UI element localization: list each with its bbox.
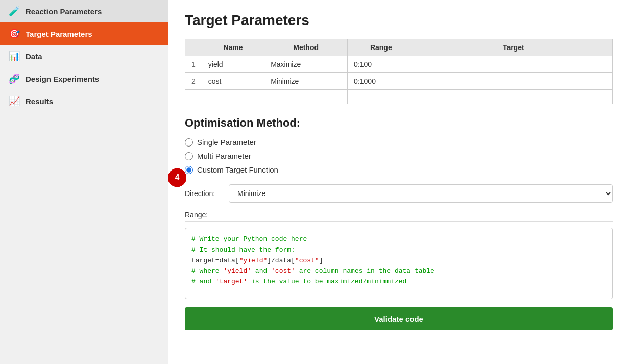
code-line-4: # where 'yield' and 'cost' are column na… xyxy=(191,266,606,277)
direction-label: Direction: xyxy=(185,189,221,198)
optimisation-section-title: Optimisation Method: xyxy=(185,116,613,130)
page-title: Target Parameters xyxy=(185,12,613,29)
target-icon: 🎯 xyxy=(8,28,20,40)
sidebar-item-label: Data xyxy=(26,52,42,61)
col-target-header: Target xyxy=(415,39,613,56)
col-name-header: Name xyxy=(202,39,264,56)
range-label: Range: xyxy=(185,211,613,222)
radio-single-parameter[interactable]: Single Parameter xyxy=(185,138,613,147)
table-row-empty xyxy=(185,90,613,104)
radio-single-label: Single Parameter xyxy=(197,138,256,147)
sidebar-item-target-parameters[interactable]: 🎯 Target Parameters xyxy=(0,22,168,45)
direction-row: Direction: Minimize Maximize xyxy=(185,184,613,203)
row-2-range: 0:1000 xyxy=(348,73,415,90)
results-icon: 📈 xyxy=(8,95,20,107)
sidebar-item-label: Results xyxy=(26,97,53,106)
range-row: Range: xyxy=(185,211,613,222)
design-icon: 🧬 xyxy=(8,72,20,85)
optimisation-radio-group: Single Parameter Multi Parameter Custom … xyxy=(185,138,613,174)
code-editor[interactable]: # Write your Python code here # It shoul… xyxy=(185,228,613,299)
row-2-name: cost xyxy=(202,73,264,90)
col-method-header: Method xyxy=(264,39,348,56)
empty-range xyxy=(348,90,415,104)
flask-icon: 🧪 xyxy=(8,5,20,17)
code-line-5: # and 'target' is the value to be maximi… xyxy=(191,277,606,287)
sidebar-item-data[interactable]: 📊 Data xyxy=(0,45,168,67)
validate-code-button[interactable]: Validate code xyxy=(185,307,613,330)
radio-multi-parameter[interactable]: Multi Parameter xyxy=(185,152,613,160)
sidebar: 🧪 Reaction Parameters 🎯 Target Parameter… xyxy=(0,0,168,364)
sidebar-item-label: Target Parameters xyxy=(26,30,92,38)
row-2-method: Minimize xyxy=(264,73,348,90)
empty-target xyxy=(415,90,613,104)
target-params-table: Name Method Range Target 1 yield Maximiz… xyxy=(185,39,613,104)
radio-multi-input[interactable] xyxy=(185,152,193,160)
radio-custom-target[interactable]: Custom Target Function xyxy=(185,165,613,174)
empty-name xyxy=(202,90,264,104)
data-icon: 📊 xyxy=(8,50,20,62)
direction-select[interactable]: Minimize Maximize xyxy=(229,184,613,203)
radio-custom-label: Custom Target Function xyxy=(197,165,278,174)
code-line-3: target=data["yield"]/data["cost"] xyxy=(191,256,606,266)
row-1-method: Maximize xyxy=(264,56,348,73)
step-bubble-4: 4 xyxy=(168,168,186,187)
sidebar-item-label: Design Experiments xyxy=(26,75,99,83)
table-row: 2 cost Minimize 0:1000 xyxy=(185,73,613,90)
sidebar-item-reaction-parameters[interactable]: 🧪 Reaction Parameters xyxy=(0,0,168,22)
radio-custom-input[interactable] xyxy=(185,166,193,174)
main-content: Target Parameters Name Method Range Targ… xyxy=(168,0,629,364)
table-row: 1 yield Maximize 0:100 xyxy=(185,56,613,73)
row-1-num: 1 xyxy=(185,56,202,73)
row-2-num: 2 xyxy=(185,73,202,90)
row-2-target[interactable] xyxy=(415,73,613,90)
row-1-target[interactable] xyxy=(415,56,613,73)
sidebar-item-label: Reaction Parameters xyxy=(26,7,102,16)
col-range-header: Range xyxy=(348,39,415,56)
sidebar-item-results[interactable]: 📈 Results xyxy=(0,90,168,112)
code-line-1: # Write your Python code here xyxy=(191,234,606,245)
row-1-name: yield xyxy=(202,56,264,73)
col-num-header xyxy=(185,39,202,56)
row-1-range: 0:100 xyxy=(348,56,415,73)
empty-num xyxy=(185,90,202,104)
sidebar-item-design-experiments[interactable]: 🧬 Design Experiments xyxy=(0,67,168,90)
empty-method xyxy=(264,90,348,104)
radio-multi-label: Multi Parameter xyxy=(197,152,251,160)
radio-single-input[interactable] xyxy=(185,138,193,147)
code-line-2: # It should have the form: xyxy=(191,245,606,256)
